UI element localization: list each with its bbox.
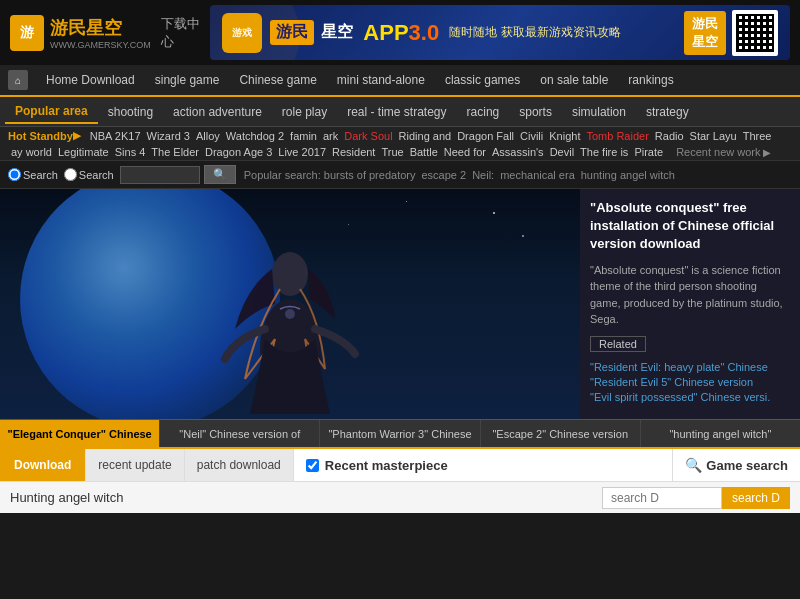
hot-game-live2017[interactable]: Live 2017: [278, 146, 326, 158]
hot-game-wizard3[interactable]: Wizard 3: [147, 130, 190, 142]
search-button[interactable]: 🔍: [204, 165, 236, 184]
popular-search-4[interactable]: mechanical era: [500, 169, 575, 181]
hot-game-nba2k17[interactable]: NBA 2K17: [90, 130, 141, 142]
category-tabs: Popular area shooting action adventure r…: [0, 97, 800, 127]
search-radio-2-label: Search: [79, 169, 114, 181]
game-search-area: 🔍 Game search: [672, 449, 800, 481]
hot-game-pirate[interactable]: Pirate: [634, 146, 663, 158]
nav-item-classic-games[interactable]: classic games: [435, 73, 530, 87]
nav-bar: ⌂ Home Download single game Chinese game…: [0, 65, 800, 97]
patch-download-tab[interactable]: patch download: [185, 449, 294, 481]
hot-game-legitimate[interactable]: Legitimate: [58, 146, 109, 158]
nav-item-home-download[interactable]: Home Download: [36, 73, 145, 87]
tab-simulation[interactable]: simulation: [562, 101, 636, 123]
tab-popular-area[interactable]: Popular area: [5, 100, 98, 124]
tab-real-time-strategy[interactable]: real - time strategy: [337, 101, 456, 123]
search-input-bottom[interactable]: [602, 487, 722, 509]
nav-item-rankings[interactable]: rankings: [618, 73, 683, 87]
hot-game-battle[interactable]: Battle: [410, 146, 438, 158]
search-radio-2[interactable]: [64, 168, 77, 181]
popular-searches-label: Popular search:: [244, 169, 321, 181]
hot-game-watchdog2[interactable]: Watchdog 2: [226, 130, 284, 142]
hot-game-true[interactable]: True: [381, 146, 403, 158]
recent-update-tab[interactable]: recent update: [86, 449, 184, 481]
bottom-tab-elegant[interactable]: "Elegant Conquer" Chinese: [0, 420, 160, 447]
hot-game-ark[interactable]: ark: [323, 130, 338, 142]
banner-tagline: 随时随地 获取最新游戏资讯攻略: [449, 24, 620, 41]
tab-action-adventure[interactable]: action adventure: [163, 101, 272, 123]
hot-game-riding[interactable]: Riding and: [399, 130, 452, 142]
tab-strategy[interactable]: strategy: [636, 101, 699, 123]
download-section: Download recent update patch download Re…: [0, 447, 800, 481]
popular-search-1[interactable]: bursts of predatory: [324, 169, 416, 181]
hot-game-famin[interactable]: famin: [290, 130, 317, 142]
nav-home-icon: ⌂: [8, 70, 28, 90]
logo-area: 游 游民星空 WWW.GAMERSKY.COM 下载中心: [10, 15, 210, 51]
recent-new-work-label: Recent new work: [676, 146, 760, 158]
hot-game-sins4[interactable]: Sins 4: [115, 146, 146, 158]
hot-game-ayworld[interactable]: ay world: [11, 146, 52, 158]
hot-game-alloy[interactable]: Alloy: [196, 130, 220, 142]
bottom-game-tabs: "Elegant Conquer" Chinese "Neil" Chinese…: [0, 419, 800, 447]
tab-role-play[interactable]: role play: [272, 101, 337, 123]
main-content: "Absolute conquest" free installation of…: [0, 189, 800, 419]
popular-search-2[interactable]: escape 2: [421, 169, 466, 181]
recent-new-work-arrow: ▶: [763, 147, 771, 158]
search-input[interactable]: [120, 166, 200, 184]
hot-game-star-layu[interactable]: Star Layu: [690, 130, 737, 142]
hot-game-radio[interactable]: Radio: [655, 130, 684, 142]
tab-sports[interactable]: sports: [509, 101, 562, 123]
game-description: "Absolute conquest" is a science fiction…: [590, 262, 790, 328]
nav-item-chinese-game[interactable]: Chinese game: [229, 73, 326, 87]
search-radio-1[interactable]: [8, 168, 21, 181]
bottom-tab-hunting[interactable]: "hunting angel witch": [641, 420, 800, 447]
game-info-panel: "Absolute conquest" free installation of…: [580, 189, 800, 419]
bottom-tab-phantom[interactable]: "Phantom Warrior 3" Chinese: [320, 420, 480, 447]
hot-game-tomb-raider[interactable]: Tomb Raider: [586, 130, 648, 142]
game-search-label: Game search: [706, 458, 788, 473]
hot-game-civili[interactable]: Civili: [520, 130, 543, 142]
popular-search-3[interactable]: Neil:: [472, 169, 494, 181]
banner-ad[interactable]: 游戏 游民 星空 APP3.0 随时随地 获取最新游戏资讯攻略 游民星空: [210, 5, 790, 60]
popular-search-5[interactable]: hunting angel witch: [581, 169, 675, 181]
latest-game-name[interactable]: Hunting angel witch: [10, 490, 123, 505]
banner-app-text: APP3.0: [363, 20, 439, 46]
nav-item-mini-standalone[interactable]: mini stand-alone: [327, 73, 435, 87]
hot-game-dark-soul[interactable]: Dark Soul: [344, 130, 392, 142]
search-icon: 🔍: [685, 457, 702, 473]
nav-item-on-sale[interactable]: on sale table: [530, 73, 618, 87]
nav-item-single-game[interactable]: single game: [145, 73, 230, 87]
hot-standby-row1: Hot Standby ▶ NBA 2K17 Wizard 3 Alloy Wa…: [0, 127, 800, 144]
search-bar: Search Search 🔍 Popular search: bursts o…: [0, 161, 800, 189]
svg-point-2: [285, 309, 295, 319]
hot-game-knight[interactable]: Knight: [549, 130, 580, 142]
recent-masterpiece-label: Recent masterpiece: [325, 458, 448, 473]
hot-standby-row2: ay world Legitimate Sins 4 The Elder Dra…: [0, 144, 800, 161]
related-link-3[interactable]: "Evil spirit possessed" Chinese versi.: [590, 391, 790, 403]
hot-game-dragon-age3[interactable]: Dragon Age 3: [205, 146, 272, 158]
hot-game-the-elder[interactable]: The Elder: [151, 146, 199, 158]
tab-racing[interactable]: racing: [457, 101, 510, 123]
hot-game-resident[interactable]: Resident: [332, 146, 375, 158]
bottom-tab-escape2[interactable]: "Escape 2" Chinese version: [481, 420, 641, 447]
logo-url: WWW.GAMERSKY.COM: [50, 40, 151, 50]
related-label: Related: [590, 336, 646, 352]
tab-shooting[interactable]: shooting: [98, 101, 163, 123]
recent-masterpiece-checkbox[interactable]: [306, 459, 319, 472]
banner-brand: 游民星空: [684, 10, 778, 56]
hot-game-devil[interactable]: Devil: [550, 146, 574, 158]
bottom-tab-neil[interactable]: "Neil" Chinese version of: [160, 420, 320, 447]
related-link-2[interactable]: "Resident Evil 5" Chinese version: [590, 376, 790, 388]
hot-game-dragon-fall[interactable]: Dragon Fall: [457, 130, 514, 142]
related-link-1[interactable]: "Resident Evil: heavy plate" Chinese: [590, 361, 790, 373]
hot-game-need-for[interactable]: Need for: [444, 146, 486, 158]
hot-game-three[interactable]: Three: [743, 130, 772, 142]
search-button-bottom[interactable]: search D: [722, 487, 790, 509]
hot-game-fire[interactable]: The fire is: [580, 146, 628, 158]
search-radio-1-label: Search: [23, 169, 58, 181]
game-character: [205, 209, 375, 419]
hot-game-assassins[interactable]: Assassin's: [492, 146, 544, 158]
logo-icon: 游: [10, 15, 44, 51]
download-tab[interactable]: Download: [0, 449, 86, 481]
game-title: "Absolute conquest" free installation of…: [590, 199, 790, 254]
